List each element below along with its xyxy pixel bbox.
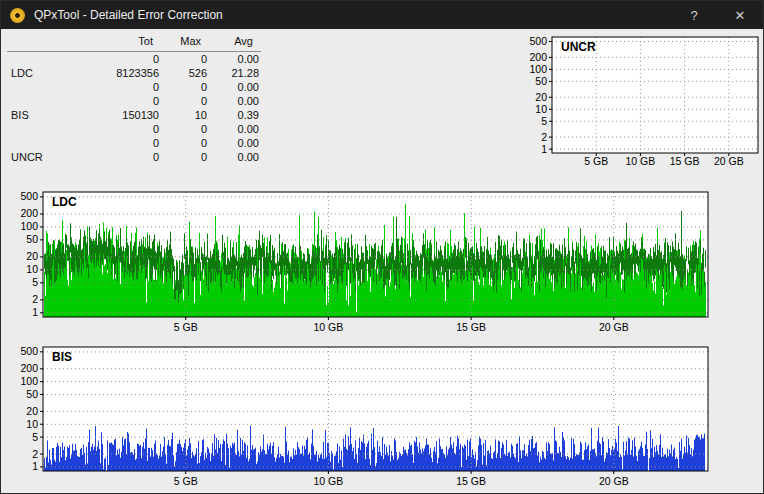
bis-ytick-label: 100 — [20, 375, 38, 387]
window-title: QPxTool - Detailed Error Correction — [34, 8, 671, 22]
uncr-ytick-label: 200 — [529, 51, 547, 63]
bis-xtick-label: 15 GB — [456, 475, 486, 487]
bis-chart-title: BIS — [52, 350, 72, 364]
stat-tot: 0 — [55, 94, 161, 108]
stat-avg: 0.00 — [209, 136, 261, 150]
qpxtool-window: QPxTool - Detailed Error Correction ? ✕ … — [0, 0, 764, 494]
bis-ytick-label: 2 — [32, 448, 38, 460]
uncr-xtick-label: 5 GB — [584, 155, 608, 167]
ldc-xtick-label: 5 GB — [174, 321, 198, 333]
stats-header-spacer — [7, 34, 55, 51]
bis-ytick-label: 1 — [32, 460, 38, 472]
uncr-ytick-label: 5 — [541, 115, 547, 127]
stat-max: 10 — [161, 108, 209, 122]
bis-chart: 5002001005020105215 GB10 GB15 GB20 GBBIS — [11, 341, 759, 493]
ldc-ytick-label: 50 — [26, 233, 38, 245]
uncr-chart-title: UNCR — [561, 40, 596, 54]
bis-ytick-label: 500 — [20, 345, 38, 357]
uncr-ytick-label: 10 — [535, 103, 547, 115]
bis-ytick-label: 20 — [26, 405, 38, 417]
uncr-ytick-label: 1 — [541, 143, 547, 155]
stat-max: 526 — [161, 66, 209, 80]
bis-ytick-label: 200 — [20, 362, 38, 374]
uncr-xtick-label: 10 GB — [626, 155, 656, 167]
stat-tot: 8123356 — [55, 66, 161, 80]
stat-tot: 0 — [55, 150, 161, 164]
stat-label — [7, 80, 55, 94]
stats-row-uncr: UNCR000.00 — [7, 150, 261, 164]
stat-label: LDC — [7, 66, 55, 80]
ldc-chart-title: LDC — [52, 195, 77, 209]
stats-row: 000.00 — [7, 52, 261, 66]
bis-ytick-label: 10 — [26, 418, 38, 430]
stat-label: BIS — [7, 108, 55, 122]
stat-avg: 0.00 — [209, 150, 261, 164]
ldc-ytick-label: 100 — [20, 220, 38, 232]
bis-xtick-label: 5 GB — [174, 475, 198, 487]
uncr-ytick-label: 20 — [535, 91, 547, 103]
stat-label — [7, 52, 55, 66]
uncr-xtick-label: 15 GB — [670, 155, 700, 167]
bis-xtick-label: 20 GB — [599, 475, 629, 487]
stat-avg: 0.00 — [209, 52, 261, 66]
stat-max: 0 — [161, 136, 209, 150]
ldc-chart: 5002001005020105215 GB10 GB15 GB20 GBLDC — [11, 185, 759, 339]
stats-row: 000.00 — [7, 136, 261, 150]
uncr-ytick-label: 500 — [529, 35, 547, 47]
uncr-ytick-label: 50 — [535, 75, 547, 87]
stat-avg: 0.39 — [209, 108, 261, 122]
stat-tot: 150130 — [55, 108, 161, 122]
stats-row: 000.00 — [7, 94, 261, 108]
stats-row: 000.00 — [7, 122, 261, 136]
ldc-xtick-label: 20 GB — [599, 321, 629, 333]
stat-avg: 0.00 — [209, 94, 261, 108]
bis-ytick-label: 50 — [26, 388, 38, 400]
stats-header-tot: Tot — [55, 34, 161, 51]
help-button[interactable]: ? — [671, 1, 717, 29]
ldc-ytick-label: 10 — [26, 263, 38, 275]
uncr-ytick-label: 100 — [529, 63, 547, 75]
stats-row-ldc: LDC812335652621.28 — [7, 66, 261, 80]
stats-row: 000.00 — [7, 80, 261, 94]
stat-label: UNCR — [7, 150, 55, 164]
ldc-ytick-label: 2 — [32, 293, 38, 305]
stat-tot: 0 — [55, 80, 161, 94]
stats-header-row: TotMaxAvg — [7, 34, 261, 52]
ldc-xtick-label: 15 GB — [456, 321, 486, 333]
ldc-ytick-label: 5 — [32, 276, 38, 288]
qpxtool-disc-icon — [10, 8, 25, 23]
ldc-ytick-label: 500 — [20, 190, 38, 202]
stat-max: 0 — [161, 52, 209, 66]
uncr-chart: 5002001005020105215 GB10 GB15 GB20 GBUNC… — [517, 31, 763, 173]
stat-avg: 0.00 — [209, 80, 261, 94]
stat-max: 0 — [161, 94, 209, 108]
ldc-ytick-label: 200 — [20, 207, 38, 219]
stat-avg: 21.28 — [209, 66, 261, 80]
stats-header-avg: Avg — [209, 34, 261, 51]
stat-tot: 0 — [55, 122, 161, 136]
stat-tot: 0 — [55, 52, 161, 66]
ldc-xtick-label: 10 GB — [314, 321, 344, 333]
uncr-plot-area — [552, 37, 758, 153]
stat-tot: 0 — [55, 136, 161, 150]
stat-max: 0 — [161, 150, 209, 164]
stat-label — [7, 94, 55, 108]
uncr-ytick-label: 2 — [541, 131, 547, 143]
stat-max: 0 — [161, 122, 209, 136]
bis-ytick-label: 5 — [32, 431, 38, 443]
bis-xtick-label: 10 GB — [314, 475, 344, 487]
stat-label — [7, 122, 55, 136]
stat-max: 0 — [161, 80, 209, 94]
titlebar[interactable]: QPxTool - Detailed Error Correction ? ✕ — [1, 1, 763, 29]
ldc-ytick-label: 1 — [32, 306, 38, 318]
stat-label — [7, 136, 55, 150]
stats-row-bis: BIS150130100.39 — [7, 108, 261, 122]
stats-header-max: Max — [161, 34, 209, 51]
ldc-ytick-label: 20 — [26, 250, 38, 262]
close-button[interactable]: ✕ — [717, 1, 763, 29]
stat-avg: 0.00 — [209, 122, 261, 136]
stats-table: TotMaxAvg000.00LDC812335652621.28000.000… — [7, 34, 261, 164]
uncr-xtick-label: 20 GB — [714, 155, 744, 167]
